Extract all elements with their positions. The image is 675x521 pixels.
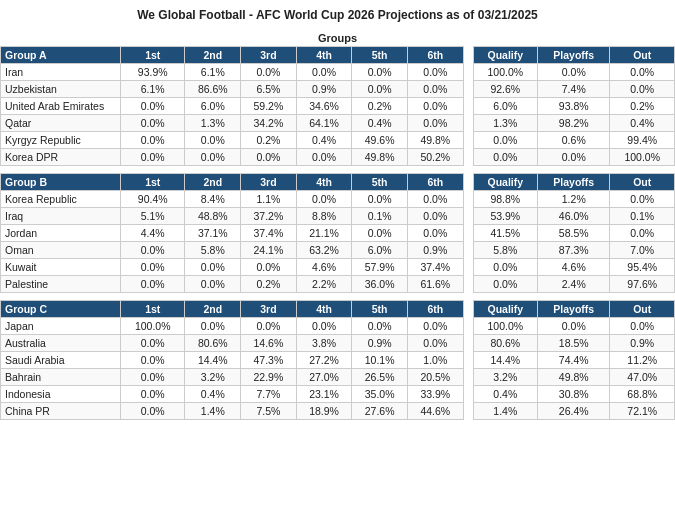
qualify-val: 100.0% <box>473 318 537 335</box>
gap-col <box>463 318 473 335</box>
team-name: Qatar <box>1 115 121 132</box>
rank1-val: 0.0% <box>121 335 185 352</box>
rank5-val: 49.8% <box>352 149 408 166</box>
rank4-val: 2.2% <box>296 276 352 293</box>
group-c-qualify-header: Qualify <box>473 301 537 318</box>
rank5-val: 0.0% <box>352 318 408 335</box>
playoffs-val: 1.2% <box>538 191 610 208</box>
out-val: 0.9% <box>610 335 675 352</box>
rank1-val: 0.0% <box>121 276 185 293</box>
rank5-val: 0.9% <box>352 335 408 352</box>
rank3-val: 22.9% <box>241 369 297 386</box>
gap-col <box>463 335 473 352</box>
table-row: Australia 0.0% 80.6% 14.6% 3.8% 0.9% 0.0… <box>1 335 675 352</box>
table-row: Qatar 0.0% 1.3% 34.2% 64.1% 0.4% 0.0% 1.… <box>1 115 675 132</box>
out-val: 47.0% <box>610 369 675 386</box>
rank6-val: 0.0% <box>407 225 463 242</box>
table-row: Japan 100.0% 0.0% 0.0% 0.0% 0.0% 0.0% 10… <box>1 318 675 335</box>
table-row: China PR 0.0% 1.4% 7.5% 18.9% 27.6% 44.6… <box>1 403 675 420</box>
rank4-val: 0.0% <box>296 191 352 208</box>
team-name: Saudi Arabia <box>1 352 121 369</box>
out-val: 0.0% <box>610 81 675 98</box>
group-b-playoffs-header: Playoffs <box>538 174 610 191</box>
playoffs-val: 4.6% <box>538 259 610 276</box>
rank1-val: 0.0% <box>121 386 185 403</box>
rank3-val: 0.0% <box>241 149 297 166</box>
gap-col <box>463 352 473 369</box>
rank6-val: 20.5% <box>407 369 463 386</box>
playoffs-val: 18.5% <box>538 335 610 352</box>
group-b-rank3-header: 3rd <box>241 174 297 191</box>
rank3-val: 0.0% <box>241 259 297 276</box>
group-c-header: Group C 1st 2nd 3rd 4th 5th 6th Qualify … <box>1 301 675 318</box>
table-row: Korea DPR 0.0% 0.0% 0.0% 0.0% 49.8% 50.2… <box>1 149 675 166</box>
rank1-val: 0.0% <box>121 98 185 115</box>
table-row: Iraq 5.1% 48.8% 37.2% 8.8% 0.1% 0.0% 53.… <box>1 208 675 225</box>
table-row: Iran 93.9% 6.1% 0.0% 0.0% 0.0% 0.0% 100.… <box>1 64 675 81</box>
rank4-val: 0.9% <box>296 81 352 98</box>
playoffs-val: 0.0% <box>538 64 610 81</box>
playoffs-val: 58.5% <box>538 225 610 242</box>
rank5-val: 26.5% <box>352 369 408 386</box>
rank6-val: 0.0% <box>407 64 463 81</box>
playoffs-val: 87.3% <box>538 242 610 259</box>
out-val: 0.0% <box>610 64 675 81</box>
qualify-val: 53.9% <box>473 208 537 225</box>
rank1-val: 0.0% <box>121 149 185 166</box>
out-val: 99.4% <box>610 132 675 149</box>
rank4-val: 27.0% <box>296 369 352 386</box>
rank1-val: 0.0% <box>121 403 185 420</box>
rank1-val: 100.0% <box>121 318 185 335</box>
rank1-val: 6.1% <box>121 81 185 98</box>
out-val: 0.2% <box>610 98 675 115</box>
team-name: Oman <box>1 242 121 259</box>
rank3-val: 34.2% <box>241 115 297 132</box>
rank6-val: 0.0% <box>407 208 463 225</box>
qualify-val: 98.8% <box>473 191 537 208</box>
group-c-out-header: Out <box>610 301 675 318</box>
team-name: Kyrgyz Republic <box>1 132 121 149</box>
out-val: 95.4% <box>610 259 675 276</box>
rank6-val: 61.6% <box>407 276 463 293</box>
gap-col <box>463 208 473 225</box>
group-c-name: Group C <box>1 301 121 318</box>
qualify-val: 100.0% <box>473 64 537 81</box>
rank1-val: 93.9% <box>121 64 185 81</box>
team-name: Australia <box>1 335 121 352</box>
rank6-val: 0.0% <box>407 318 463 335</box>
rank3-val: 0.0% <box>241 64 297 81</box>
qualify-val: 14.4% <box>473 352 537 369</box>
qualify-val: 5.8% <box>473 242 537 259</box>
team-name: Iraq <box>1 208 121 225</box>
out-val: 0.0% <box>610 191 675 208</box>
rank6-val: 0.0% <box>407 81 463 98</box>
rank3-val: 37.2% <box>241 208 297 225</box>
rank2-val: 0.0% <box>185 318 241 335</box>
table-row: Bahrain 0.0% 3.2% 22.9% 27.0% 26.5% 20.5… <box>1 369 675 386</box>
out-val: 0.0% <box>610 225 675 242</box>
rank1-val: 0.0% <box>121 242 185 259</box>
rank3-val: 59.2% <box>241 98 297 115</box>
rank3-val: 14.6% <box>241 335 297 352</box>
rank2-val: 1.4% <box>185 403 241 420</box>
group-c-rank3-header: 3rd <box>241 301 297 318</box>
gap-col <box>463 64 473 81</box>
group-c-rank6-header: 6th <box>407 301 463 318</box>
gap-col <box>463 276 473 293</box>
spacer-bc <box>1 293 675 301</box>
rank2-val: 0.0% <box>185 132 241 149</box>
gap-col <box>463 81 473 98</box>
rank5-val: 0.0% <box>352 64 408 81</box>
rank2-val: 0.4% <box>185 386 241 403</box>
qualify-val: 3.2% <box>473 369 537 386</box>
group-b-qualify-header: Qualify <box>473 174 537 191</box>
spacer-ab <box>1 166 675 174</box>
group-c-rank5-header: 5th <box>352 301 408 318</box>
group-c-playoffs-header: Playoffs <box>538 301 610 318</box>
rank3-val: 7.5% <box>241 403 297 420</box>
group-b-rank1-header: 1st <box>121 174 185 191</box>
rank5-val: 36.0% <box>352 276 408 293</box>
gap-col <box>463 242 473 259</box>
group-a-header: Group A 1st 2nd 3rd 4th 5th 6th Qualify … <box>1 47 675 64</box>
group-b-name: Group B <box>1 174 121 191</box>
